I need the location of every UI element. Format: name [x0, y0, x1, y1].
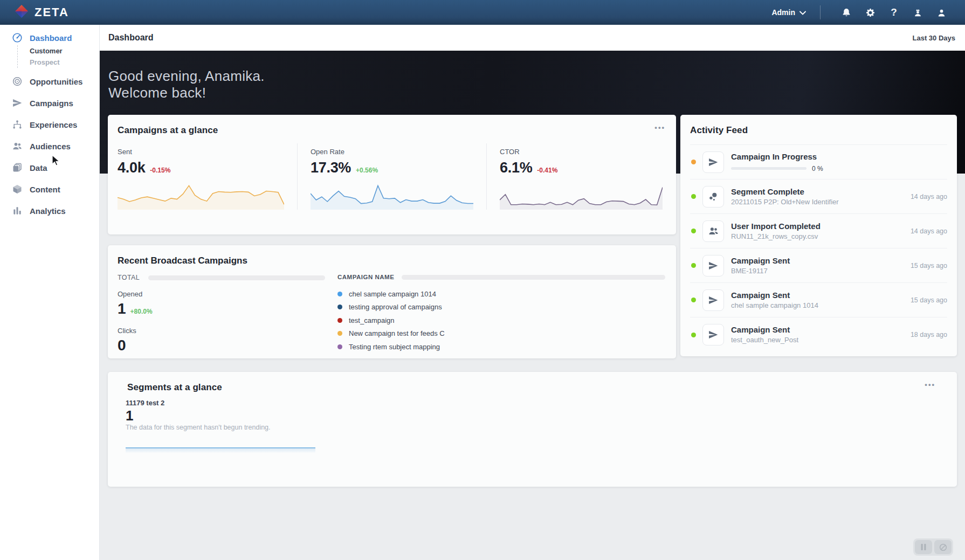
segment-note: The data for this segment hasn't begun t… — [126, 424, 946, 431]
dashboard-content: Campaigns at a glance ••• Sent4.0k-0.15%… — [99, 115, 965, 487]
paper-plane-icon — [702, 289, 724, 311]
campaign-name-bar — [402, 275, 665, 280]
chevron-down-icon — [799, 8, 806, 17]
paper-plane-icon — [702, 255, 724, 276]
legend-color-dot — [337, 331, 342, 336]
date-range-selector[interactable]: Last 30 Days — [913, 34, 956, 42]
feed-item-title: User Import Completed — [731, 222, 905, 231]
admin-users-icon[interactable] — [906, 8, 929, 18]
notifications-bell-icon[interactable] — [835, 8, 858, 18]
admin-label: Admin — [771, 8, 795, 17]
metric-sent: Sent4.0k-0.15% — [108, 143, 297, 210]
sidebar-subitem-customer[interactable]: Customer — [30, 45, 99, 57]
legend-label: Testing rtem subject mapping — [349, 343, 440, 351]
status-dot — [691, 194, 696, 199]
metric-value: 4.0k — [118, 160, 145, 176]
activity-feed-item[interactable]: Segment Complete20211015 P2P: Old+New Id… — [690, 179, 947, 214]
feed-item-timestamp: 14 days ago — [911, 227, 947, 235]
campaigns-glance-title: Campaigns at a glance — [118, 125, 218, 136]
brand[interactable]: ZETA — [0, 4, 69, 20]
sidebar-item-label: Campaigns — [30, 99, 73, 108]
segments-at-a-glance-card: Segments at a glance ••• 11179 test 2 1 … — [108, 372, 957, 487]
metric-ctor: CTOR6.1%-0.41% — [486, 143, 676, 210]
activity-feed-card: Activity Feed Campaign In Progress0 %Seg… — [680, 115, 957, 356]
status-dot — [691, 333, 696, 337]
segment-value: 1 — [126, 409, 946, 423]
segments-glance-menu-button[interactable]: ••• — [925, 382, 935, 388]
segment-dots-icon — [702, 186, 724, 208]
status-dot — [691, 229, 696, 233]
sidebar-item-analytics[interactable]: Analytics — [0, 200, 99, 222]
sidebar-item-content[interactable]: Content — [0, 178, 99, 200]
admin-menu[interactable]: Admin — [771, 8, 806, 17]
sidebar-item-experiences[interactable]: Experiences — [0, 114, 99, 135]
campaign-legend-item: testing approval of campaigns — [337, 301, 665, 314]
legend-label: New campaign test for feeds C — [349, 329, 445, 337]
campaigns-glance-menu-button[interactable]: ••• — [654, 125, 665, 130]
segment-trend-line — [126, 447, 315, 453]
feed-item-title: Campaign Sent — [731, 256, 905, 266]
status-dot — [691, 298, 696, 302]
feed-item-title: Campaign Sent — [731, 291, 905, 300]
sidebar-item-label: Content — [30, 185, 60, 194]
recent-broadcast-title: Recent Broadcast Campaigns — [118, 245, 665, 266]
total-bar — [148, 275, 325, 280]
sidebar-item-label: Audiences — [30, 142, 71, 151]
feed-item-subtitle: chel sample campaign 1014 — [731, 301, 905, 310]
pause-button[interactable] — [915, 540, 932, 554]
legend-label: testing approval of campaigns — [349, 303, 442, 311]
metric-value: 17.3% — [311, 160, 351, 176]
feed-item-subtitle: 20211015 P2P: Old+New Identifier — [731, 198, 905, 206]
feed-item-timestamp: 14 days ago — [911, 193, 947, 201]
zeta-logo-icon — [15, 4, 29, 20]
metric-open-rate: Open Rate17.3%+0.56% — [297, 143, 486, 210]
sidebar-item-audiences[interactable]: Audiences — [0, 135, 99, 157]
sidebar-subitem-prospect[interactable]: Prospect — [30, 57, 99, 68]
greeting-line-1: Good evening, Anamika. — [108, 68, 965, 85]
legend-label: test_campaign — [349, 316, 395, 324]
disable-tracking-button[interactable] — [934, 540, 952, 554]
metric-label: CTOR — [500, 148, 663, 156]
sidebar-item-opportunities[interactable]: Opportunities — [0, 71, 99, 92]
activity-feed-item[interactable]: Campaign SentBME-1911715 days ago — [690, 248, 947, 283]
recent-broadcast-card: Recent Broadcast Campaigns TOTAL Opened … — [108, 245, 676, 358]
metric-label: Open Rate — [311, 148, 473, 156]
sidebar-item-dashboard[interactable]: Dashboard — [0, 30, 99, 45]
top-navbar: ZETA Admin ? — [0, 0, 965, 25]
greeting-line-2: Welcome back! — [108, 85, 965, 101]
metric-value: 6.1% — [500, 160, 532, 176]
sidebar-item-campaigns[interactable]: Campaigns — [0, 92, 99, 114]
opened-delta: +80.0% — [130, 308, 153, 315]
metric-sparkline — [311, 182, 473, 210]
activity-feed-item[interactable]: Campaign Sentchel sample campaign 101415… — [690, 283, 947, 317]
status-dot — [691, 160, 696, 164]
metric-delta: -0.15% — [150, 167, 170, 174]
sidebar-subnav: CustomerProspect — [17, 45, 99, 68]
feed-item-timestamp: 18 days ago — [911, 331, 947, 338]
total-label: TOTAL — [118, 274, 140, 281]
paper-plane-icon — [702, 324, 724, 345]
activity-feed-item[interactable]: Campaign In Progress0 % — [690, 145, 947, 179]
people-icon — [12, 141, 23, 151]
brand-name: ZETA — [35, 5, 69, 19]
feed-item-title: Campaign In Progress — [731, 152, 947, 162]
sidebar-item-label: Experiences — [30, 120, 77, 129]
plane-icon — [12, 98, 23, 108]
legend-color-dot — [337, 344, 342, 349]
sidebar-item-data[interactable]: Data — [0, 157, 99, 178]
settings-gear-icon[interactable] — [858, 8, 882, 18]
feed-item-subtitle: BME-19117 — [731, 267, 905, 275]
campaign-legend-item: test_campaign — [337, 314, 665, 327]
campaigns-at-a-glance-card: Campaigns at a glance ••• Sent4.0k-0.15%… — [108, 115, 676, 234]
user-profile-icon[interactable] — [929, 8, 953, 18]
navbar-divider — [820, 5, 821, 19]
help-icon[interactable]: ? — [882, 6, 906, 18]
feed-item-title: Campaign Sent — [731, 325, 905, 335]
feed-item-timestamp: 15 days ago — [911, 296, 947, 304]
legend-label: chel sample campaign 1014 — [349, 290, 436, 298]
activity-feed-item[interactable]: User Import CompletedRUN11_21k_rows_copy… — [690, 214, 947, 248]
activity-feed-item[interactable]: Campaign Senttest_oauth_new_Post18 days … — [690, 317, 947, 352]
opened-value: 1 — [118, 300, 126, 317]
campaign-name-column-header: CAMPAIGN NAME — [337, 274, 394, 280]
legend-color-dot — [337, 318, 342, 323]
